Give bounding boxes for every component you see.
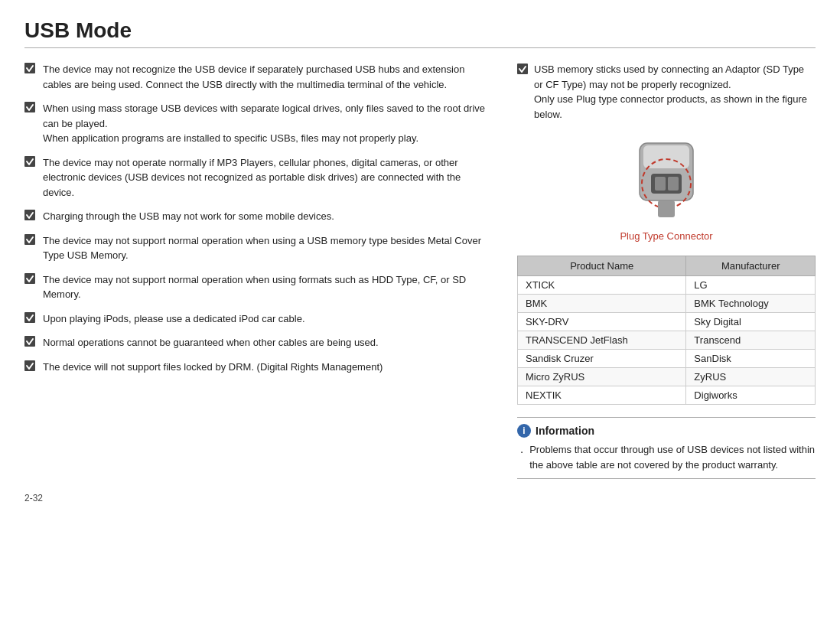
bullet-item: The device may not operate normally if M… [24,155,493,200]
bullet-item: The device may not support normal operat… [24,233,493,263]
plug-image [617,135,716,227]
table-row: SKY-DRVSky Digital [518,313,816,331]
usb-info-paragraph: USB memory sticks used by connecting an … [534,62,816,122]
right-column: USB memory sticks used by connecting an … [517,62,816,479]
usb-info-icon [517,64,529,80]
table-cell: XTICK [518,276,686,295]
table-row: XTICKLG [518,276,816,295]
bullet-text: The device may not recognize the USB dev… [43,62,493,92]
bullet-icon [24,156,38,170]
info-bullet-text: Problems that occur through use of USB d… [529,442,816,472]
table-cell: LG [686,276,816,295]
bullet-text: The device will not support files locked… [43,360,383,375]
svg-rect-16 [658,200,675,217]
bullet-item: The device may not recognize the USB dev… [24,62,493,92]
title-divider [24,47,816,48]
bullet-icon [24,102,38,116]
info-box-title-text: Information [536,425,594,437]
bullet-text: The device may not support normal operat… [43,233,493,263]
bullet-item: Charging through the USB may not work fo… [24,209,493,224]
info-bullet-dot: · [520,443,523,461]
table-cell: ZyRUS [686,368,816,386]
bullet-text: The device may not support normal operat… [43,272,493,302]
info-box-title: i Information [517,424,816,438]
bullet-text: When using mass storage USB devices with… [43,101,493,146]
table-header: Manufacturer [686,256,816,276]
bullet-item: When using mass storage USB devices with… [24,101,493,146]
svg-rect-13 [655,177,666,191]
main-content: The device may not recognize the USB dev… [24,62,816,479]
compatibility-table: Product NameManufacturerXTICKLGBMKBMK Te… [517,256,816,405]
table-cell: BMK Technology [686,295,816,313]
bullet-item: The device may not support normal operat… [24,272,493,302]
page-title: USB Mode [24,18,816,43]
bullet-text: Charging through the USB may not work fo… [43,209,334,224]
table-row: Micro ZyRUSZyRUS [518,368,816,386]
table-cell: BMK [518,295,686,313]
bullet-icon [24,210,38,223]
table-cell: SKY-DRV [518,313,686,331]
table-cell: Digiworks [686,386,816,405]
bullet-icon [24,360,38,374]
left-column: The device may not recognize the USB dev… [24,62,493,479]
info-box: i Information · Problems that occur thro… [517,417,816,479]
table-row: TRANSCEND JetFlashTranscend [518,331,816,350]
info-bullet: · Problems that occur through use of USB… [517,442,816,472]
usb-info-text: USB memory sticks used by connecting an … [517,62,816,122]
bullet-text: Normal operations cannot be guaranteed w… [43,335,379,350]
table-cell: Transcend [686,331,816,350]
table-cell: NEXTIK [518,386,686,405]
table-cell: Micro ZyRUS [518,368,686,386]
bullet-icon [24,312,38,326]
bullet-icon [24,336,38,350]
plug-image-container: Plug Type Connector [517,135,816,242]
bullet-item: The device will not support files locked… [24,360,493,375]
bullet-icon [24,273,38,287]
plug-label: Plug Type Connector [620,230,712,242]
table-header: Product Name [518,256,686,276]
bullet-text: The device may not operate normally if M… [43,155,493,200]
table-cell: Sandisk Cruzer [518,350,686,368]
info-icon: i [517,424,531,438]
table-cell: TRANSCEND JetFlash [518,331,686,350]
page-number: 2-32 [24,493,816,503]
table-cell: SanDisk [686,350,816,368]
table-row: BMKBMK Technology [518,295,816,313]
bullet-icon [24,234,38,248]
bullet-text: Upon playing iPods, please use a dedicat… [43,311,305,327]
bullet-item: Normal operations cannot be guaranteed w… [24,335,493,350]
bullet-icon [24,63,38,77]
table-row: Sandisk CruzerSanDisk [518,350,816,368]
bullet-item: Upon playing iPods, please use a dedicat… [24,311,493,327]
table-cell: Sky Digital [686,313,816,331]
svg-rect-14 [668,177,679,191]
table-row: NEXTIKDigiworks [518,386,816,405]
